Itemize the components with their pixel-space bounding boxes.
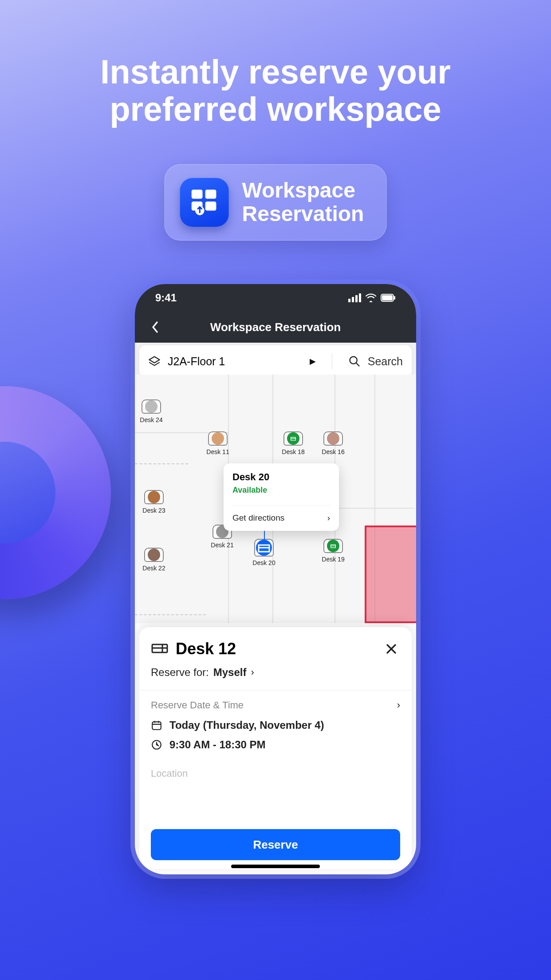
sheet-title: Desk 12	[176, 640, 375, 658]
status-icons	[348, 293, 396, 302]
chevron-right-icon: ›	[397, 699, 400, 711]
floor-map[interactable]: Desk 24 Desk 11 Desk 18 Desk 16 Desk 23 …	[135, 375, 416, 623]
phone-frame: 9:41 Workspace Reservation J2A-Floor 1 ▶…	[135, 284, 416, 874]
status-bar: 9:41	[135, 284, 416, 312]
close-button[interactable]	[382, 640, 400, 658]
chevron-right-icon: ›	[251, 667, 254, 678]
wifi-icon	[366, 293, 376, 302]
hero: Instantly reserve your preferred workspa…	[0, 53, 551, 127]
svg-rect-11	[331, 545, 336, 548]
reserve-button[interactable]: Reserve	[151, 829, 400, 860]
back-button[interactable]	[146, 318, 164, 336]
svg-rect-0	[192, 190, 203, 199]
calendar-icon	[151, 719, 162, 731]
svg-rect-13	[152, 722, 161, 729]
date-row: Today (Thursday, November 4)	[151, 719, 400, 731]
desk-icon	[151, 640, 169, 658]
time-row: 9:30 AM - 18:30 PM	[151, 739, 400, 751]
svg-rect-1	[205, 190, 216, 199]
callout-status: Available	[232, 486, 330, 495]
battery-icon	[381, 294, 396, 302]
date-time-section[interactable]: Reserve Date & Time ›	[151, 699, 400, 711]
search-button[interactable]: Search	[368, 355, 403, 368]
floor-name[interactable]: J2A-Floor 1	[168, 355, 303, 368]
app-header-title: Workspace Reservation	[210, 320, 341, 334]
app-badge: Workspace Reservation	[165, 164, 387, 241]
desk-23[interactable]: Desk 23	[142, 490, 166, 514]
desk-22[interactable]: Desk 22	[142, 548, 166, 572]
location-label: Location	[151, 768, 400, 779]
clock-icon	[151, 739, 162, 751]
desk-18[interactable]: Desk 18	[281, 431, 305, 455]
svg-rect-7	[394, 296, 395, 300]
signal-icon	[348, 293, 361, 302]
floor-selector-bar: J2A-Floor 1 ▶ Search	[139, 345, 412, 377]
app-header: Workspace Reservation	[135, 312, 416, 343]
play-arrow-icon[interactable]: ▶	[310, 356, 316, 366]
app-badge-title: Workspace Reservation	[242, 179, 364, 226]
hero-headline: Instantly reserve your preferred workspa…	[0, 53, 551, 127]
desk-19[interactable]: Desk 19	[321, 539, 345, 563]
svg-rect-3	[205, 202, 216, 211]
desk-24[interactable]: Desk 24	[139, 399, 163, 423]
svg-rect-6	[382, 295, 393, 300]
reservation-sheet: Desk 12 Reserve for: Myself › Reserve Da…	[139, 627, 412, 869]
layers-icon	[148, 355, 161, 368]
desk-20[interactable]: Desk 20	[252, 539, 276, 563]
decorative-ring	[0, 386, 111, 599]
home-indicator[interactable]	[231, 865, 320, 868]
search-icon[interactable]	[348, 355, 361, 368]
desk-callout: Desk 20 Available Get directions ›	[224, 463, 339, 531]
app-badge-icon	[180, 178, 229, 227]
get-directions-button[interactable]: Get directions ›	[232, 506, 330, 523]
reserve-for-row[interactable]: Reserve for: Myself ›	[151, 666, 400, 679]
chevron-right-icon: ›	[327, 513, 330, 523]
blocked-room	[365, 526, 416, 623]
divider	[332, 353, 332, 369]
callout-title: Desk 20	[232, 471, 330, 483]
desk-16[interactable]: Desk 16	[321, 431, 345, 455]
desk-11[interactable]: Desk 11	[206, 431, 230, 455]
status-time: 9:41	[155, 292, 177, 304]
